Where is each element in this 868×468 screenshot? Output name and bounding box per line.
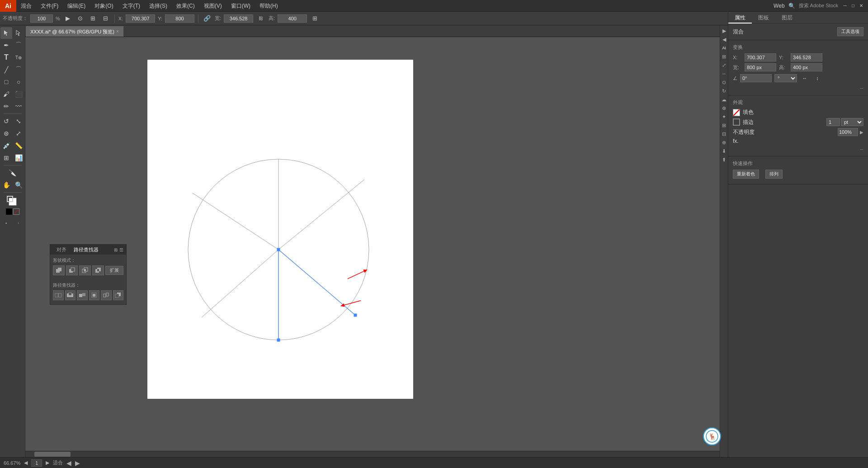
free-transform-tool[interactable]: ⤢	[13, 128, 24, 139]
angle-select[interactable]: °	[774, 74, 797, 82]
transform-h-input[interactable]	[791, 63, 822, 71]
fill-color[interactable]	[7, 196, 19, 208]
rect-tool[interactable]: □	[0, 76, 12, 88]
menu-select[interactable]: 选择(S)	[145, 0, 172, 12]
side-icon-1[interactable]: ▶	[721, 27, 728, 34]
stroke-unit-select[interactable]: pt	[841, 118, 863, 126]
transform-w-input[interactable]	[745, 63, 776, 71]
scroll-thumb-horizontal[interactable]	[34, 452, 71, 457]
w-input[interactable]	[224, 14, 253, 23]
tab-layers[interactable]: 图层	[775, 12, 799, 24]
pencil-tool[interactable]: ✏	[0, 100, 12, 112]
side-icon-5[interactable]: ↔	[721, 70, 728, 77]
pf-exclude[interactable]	[92, 265, 104, 275]
blob-brush-tool[interactable]: ⬛	[13, 88, 24, 100]
menu-file[interactable]: 文件(F)	[36, 0, 63, 12]
page-number-input[interactable]	[31, 459, 42, 467]
pf-intersect[interactable]	[79, 265, 91, 275]
navigate-next[interactable]: ▶	[75, 459, 80, 467]
measure-tool[interactable]: 📏	[13, 140, 24, 151]
pf-expand-btn[interactable]: 扩展	[105, 266, 123, 275]
pf-outline[interactable]	[101, 290, 112, 300]
menu-view[interactable]: 视图(V)	[199, 0, 226, 12]
eyedropper-tool[interactable]: 💉	[0, 140, 12, 151]
zoom-tool[interactable]: 🔍	[13, 179, 24, 191]
stroke-width-input[interactable]	[826, 118, 840, 126]
tab-close-button[interactable]: ×	[116, 26, 119, 37]
toolbar-icon1[interactable]: ⊙	[75, 14, 85, 24]
direct-selection-tool[interactable]	[13, 27, 24, 39]
color-mode-gradient[interactable]: ▫	[13, 217, 24, 229]
menu-effect[interactable]: 效果(C)	[172, 0, 199, 12]
side-icon-10[interactable]: ✦	[721, 113, 728, 120]
pathfinder-expand-icon[interactable]: ⊞	[114, 247, 118, 252]
appearance-more[interactable]: ···	[733, 146, 863, 152]
minimize-button[interactable]: ─	[842, 3, 848, 9]
transform-angle-input[interactable]	[740, 74, 772, 82]
touch-type-tool[interactable]: T⊕	[13, 52, 24, 63]
flip-h-button[interactable]: ↔	[800, 73, 810, 83]
pathfinder-tab-pathfinder[interactable]: 路径查找器	[70, 245, 102, 255]
rotate-tool[interactable]: ↺	[0, 115, 12, 127]
menu-object[interactable]: 对象(O)	[90, 0, 118, 12]
fill-swatch[interactable]	[733, 109, 740, 116]
zoom-prev-btn[interactable]: ◀	[24, 460, 28, 466]
menu-help[interactable]: 帮助(H)	[255, 0, 283, 12]
side-icon-8[interactable]: ☁	[721, 96, 728, 103]
toolbar-icon3[interactable]: ⊟	[101, 14, 111, 24]
opacity-input[interactable]	[30, 14, 53, 23]
menu-edit[interactable]: 编辑(E)	[63, 0, 90, 12]
swap-colors[interactable]	[6, 208, 12, 215]
transform-options-button[interactable]: ⊞	[310, 14, 320, 24]
arc-tool[interactable]: ⌒	[13, 64, 24, 76]
pathfinder-menu-icon[interactable]: ☰	[119, 247, 123, 252]
color-mode-fill[interactable]: ▪	[0, 217, 12, 229]
curvature-tool[interactable]: ⌒	[13, 39, 24, 51]
pf-merge[interactable]	[77, 290, 88, 300]
scale-tool[interactable]: ⤡	[13, 115, 24, 127]
navigate-prev[interactable]: ◀	[66, 459, 71, 467]
document-tab[interactable]: XXXX.ai* @ 66.67% (RGB/GPU 预览) ×	[25, 26, 124, 37]
flip-v-button[interactable]: ↕	[812, 73, 822, 83]
maximize-button[interactable]: □	[850, 3, 856, 9]
opacity-expand-button[interactable]: ▶	[63, 14, 73, 24]
side-icon-11[interactable]: ⊞	[721, 122, 728, 129]
close-button[interactable]: ✕	[858, 3, 864, 9]
menu-window[interactable]: 窗口(W)	[226, 0, 255, 12]
smooth-tool[interactable]: 〰	[13, 100, 24, 112]
pf-minus-back[interactable]	[113, 290, 124, 300]
opacity-expand[interactable]: ▶	[860, 130, 863, 135]
side-icon-14[interactable]: ⬇	[721, 147, 728, 155]
none-color[interactable]	[13, 208, 19, 215]
transform-more[interactable]: ···	[733, 85, 863, 91]
stroke-swatch[interactable]	[733, 118, 740, 126]
link-icon[interactable]: ⛓	[256, 14, 266, 24]
horizontal-scrollbar[interactable]	[25, 451, 722, 457]
opacity-panel-input[interactable]	[838, 128, 858, 136]
pen-tool[interactable]: ✒	[0, 39, 12, 51]
menu-text[interactable]: 文字(T)	[118, 0, 145, 12]
lock-aspect-button[interactable]: 🔗	[202, 14, 212, 24]
transform-x-input[interactable]	[745, 53, 776, 61]
side-icon-13[interactable]: ⊕	[721, 139, 728, 146]
line-tool[interactable]: ╱	[0, 64, 12, 76]
x-input[interactable]	[126, 14, 155, 23]
menu-huntong[interactable]: 混合	[16, 0, 36, 12]
side-icon-2[interactable]: ◀	[721, 36, 728, 43]
arrange-button[interactable]: 排列	[765, 170, 783, 179]
pf-divide[interactable]	[53, 290, 64, 300]
paintbrush-tool[interactable]: 🖌	[0, 88, 12, 100]
text-tool[interactable]: T	[0, 52, 12, 63]
side-icon-9[interactable]: ⊗	[721, 104, 728, 112]
tab-boards[interactable]: 图板	[752, 12, 775, 24]
selection-tool[interactable]	[0, 27, 12, 39]
pf-unite[interactable]	[53, 265, 65, 275]
pathfinder-tab-align[interactable]: 对齐	[53, 245, 70, 255]
warp-tool[interactable]: ⊛	[0, 128, 12, 139]
search-adobe-stock[interactable]: 搜索 Adobe Stock	[799, 2, 838, 9]
side-icon-4[interactable]: ⤢	[721, 61, 728, 69]
side-icon-3[interactable]: ⊞	[721, 53, 728, 60]
deer-badge[interactable]: 🦌	[703, 427, 721, 445]
pf-crop[interactable]	[89, 290, 100, 300]
side-icon-15[interactable]: ⬆	[721, 156, 728, 163]
